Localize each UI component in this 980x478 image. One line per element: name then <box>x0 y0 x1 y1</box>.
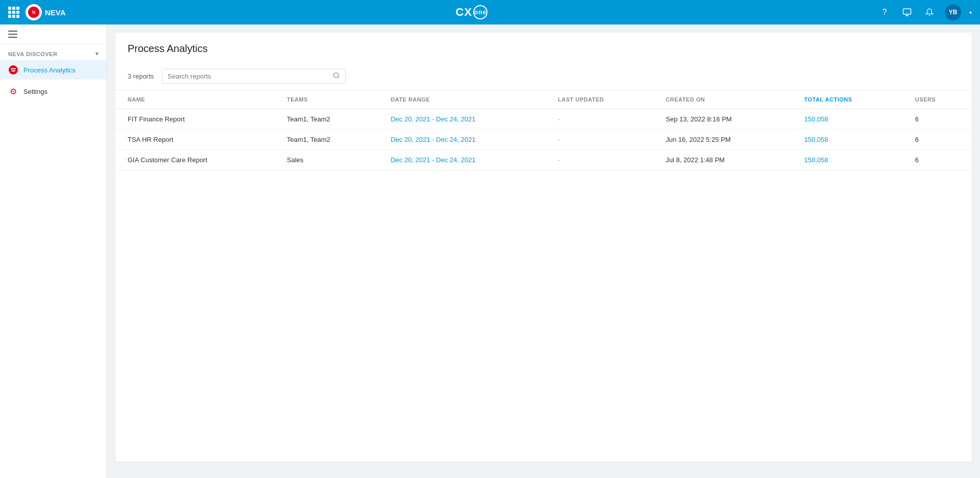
sidebar-toggle[interactable] <box>0 24 107 44</box>
table-body: FIT Finance Report Team1, Team2 Dec 20, … <box>115 109 972 170</box>
sidebar-section-chevron: ▾ <box>95 51 99 57</box>
page-title: Process Analytics <box>128 43 960 55</box>
neva-logo: N NEVA <box>26 4 66 20</box>
cell-date-range-0: Dec 20, 2021 - Dec 24, 2021 <box>378 109 546 130</box>
col-header-created-on: CREATED ON <box>653 90 792 109</box>
toolbar: 3 reports <box>115 63 972 90</box>
cell-teams-0: Team1, Team2 <box>275 109 378 130</box>
cell-teams-1: Team1, Team2 <box>275 130 378 150</box>
sidebar-item-settings[interactable]: ⚙ Settings <box>0 82 107 101</box>
cell-last-updated-0: - <box>546 109 653 130</box>
sidebar-section-label[interactable]: NEVA DISCOVER ▾ <box>8 51 99 57</box>
cell-total-actions-1: 150,058 <box>792 130 903 150</box>
reports-table-container: NAME TEAMS DATE RANGE LAST UPDATED CREAT… <box>115 90 972 170</box>
sidebar-item-label-process-analytics: Process Analytics <box>23 66 76 74</box>
svg-rect-1 <box>8 31 17 32</box>
cell-created-on-0: Sep 13, 2022 8:16 PM <box>653 109 792 130</box>
neva-brand-name: NEVA <box>45 8 66 17</box>
nav-left: N NEVA <box>8 4 66 20</box>
user-menu-chevron[interactable]: ▾ <box>969 10 972 15</box>
search-input[interactable] <box>167 72 329 80</box>
reports-table: NAME TEAMS DATE RANGE LAST UPDATED CREAT… <box>115 90 972 170</box>
cxone-logo: CX one <box>456 5 488 19</box>
user-avatar[interactable]: YB <box>945 4 961 20</box>
col-header-name: NAME <box>115 90 275 109</box>
one-circle: one <box>473 5 487 19</box>
cx-text: CX <box>456 6 473 19</box>
top-navigation: N NEVA CX one ? YB ▾ <box>0 0 980 24</box>
neva-icon: N <box>26 4 42 20</box>
table-row[interactable]: FIT Finance Report Team1, Team2 Dec 20, … <box>115 109 972 130</box>
cell-created-on-2: Jul 8, 2022 1:48 PM <box>653 150 792 170</box>
content-card: Process Analytics 3 reports <box>115 33 972 462</box>
cell-last-updated-1: - <box>546 130 653 150</box>
col-header-last-updated: LAST UPDATED <box>546 90 653 109</box>
svg-rect-0 <box>903 9 911 14</box>
table-row[interactable]: TSA HR Report Team1, Team2 Dec 20, 2021 … <box>115 130 972 150</box>
table-header: NAME TEAMS DATE RANGE LAST UPDATED CREAT… <box>115 90 972 109</box>
reports-count: 3 reports <box>128 72 154 80</box>
sidebar-section-neva-discover: NEVA DISCOVER ▾ <box>0 44 107 59</box>
help-icon[interactable]: ? <box>877 5 892 19</box>
table-row[interactable]: GIA Customer Care Report Sales Dec 20, 2… <box>115 150 972 170</box>
col-header-users: USERS <box>903 90 972 109</box>
cell-teams-2: Sales <box>275 150 378 170</box>
sidebar-item-label-settings: Settings <box>23 88 47 95</box>
cell-users-0: 6 <box>903 109 972 130</box>
svg-rect-3 <box>8 37 17 38</box>
cell-last-updated-2: - <box>546 150 653 170</box>
cell-created-on-1: Jun 16, 2022 5:25 PM <box>653 130 792 150</box>
monitor-icon[interactable] <box>900 5 914 19</box>
settings-icon: ⚙ <box>8 86 18 96</box>
sidebar: NEVA DISCOVER ▾ Process Analytics ⚙ Sett… <box>0 24 107 478</box>
cell-users-1: 6 <box>903 130 972 150</box>
app-grid-icon[interactable] <box>8 7 19 18</box>
cell-users-2: 6 <box>903 150 972 170</box>
main-content: Process Analytics 3 reports <box>107 24 980 478</box>
col-header-teams: TEAMS <box>275 90 378 109</box>
cell-date-range-1: Dec 20, 2021 - Dec 24, 2021 <box>378 130 546 150</box>
cell-total-actions-0: 150,058 <box>792 109 903 130</box>
app-layout: NEVA DISCOVER ▾ Process Analytics ⚙ Sett… <box>0 0 980 478</box>
cell-name-0: FIT Finance Report <box>115 109 275 130</box>
cell-total-actions-2: 150,058 <box>792 150 903 170</box>
sidebar-item-process-analytics[interactable]: Process Analytics <box>0 60 107 80</box>
content-header: Process Analytics <box>115 33 972 55</box>
nav-center: CX one <box>456 5 488 19</box>
neva-icon-inner: N <box>28 7 39 18</box>
cell-date-range-2: Dec 20, 2021 - Dec 24, 2021 <box>378 150 546 170</box>
process-analytics-icon <box>8 65 18 75</box>
col-header-total-actions: TOTAL ACTIONS <box>792 90 903 109</box>
search-box <box>162 69 346 84</box>
svg-rect-2 <box>8 34 17 35</box>
pa-icon-graphic <box>9 65 18 74</box>
search-icon[interactable] <box>333 72 340 81</box>
bell-icon[interactable] <box>922 5 937 19</box>
nav-right: ? YB ▾ <box>877 4 972 20</box>
svg-point-4 <box>334 73 338 78</box>
cell-name-2: GIA Customer Care Report <box>115 150 275 170</box>
cell-name-1: TSA HR Report <box>115 130 275 150</box>
col-header-date-range: DATE RANGE <box>378 90 546 109</box>
